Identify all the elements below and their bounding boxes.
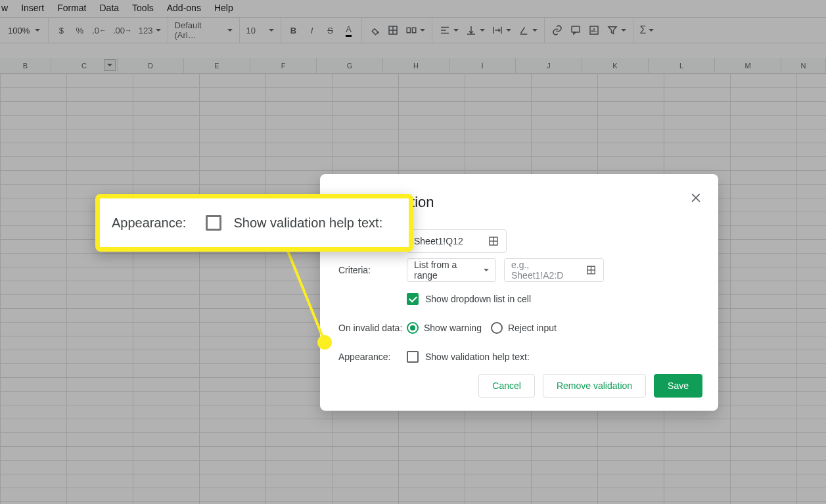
checkbox-icon — [206, 215, 221, 231]
cell-range-value: Sheet1!Q12 — [414, 236, 463, 246]
show-dropdown-checkbox[interactable]: Show dropdown list in cell — [407, 293, 531, 305]
callout-appearance-label: Appearance: — [112, 216, 186, 231]
annotation-dot — [317, 335, 332, 350]
criteria-label: Criteria: — [338, 265, 407, 275]
show-warning-radio[interactable]: Show warning — [407, 322, 482, 334]
help-text-checkbox[interactable]: Show validation help text: — [407, 351, 530, 363]
radio-on-icon — [407, 322, 419, 334]
grid-icon — [488, 235, 499, 247]
invalid-data-label: On invalid data: — [338, 323, 407, 333]
remove-validation-button[interactable]: Remove validation — [543, 374, 646, 398]
callout-help-text: Show validation help text: — [206, 215, 382, 231]
cell-range-input[interactable]: Sheet1!Q12 — [407, 229, 507, 253]
reject-input-radio[interactable]: Reject input — [491, 322, 557, 334]
show-dropdown-label: Show dropdown list in cell — [425, 294, 531, 304]
cancel-button[interactable]: Cancel — [478, 374, 535, 398]
criteria-placeholder: e.g., Sheet1!A2:D — [511, 260, 580, 281]
checkbox-icon — [407, 293, 419, 305]
close-icon — [689, 191, 702, 204]
chevron-down-icon — [484, 269, 489, 271]
save-button[interactable]: Save — [654, 374, 702, 398]
help-text-label: Show validation help text: — [425, 352, 530, 362]
appearance-label: Appearance: — [338, 352, 407, 362]
grid-icon — [585, 264, 597, 276]
criteria-range-input[interactable]: e.g., Sheet1!A2:D — [504, 258, 604, 282]
criteria-dropdown[interactable]: List from a range — [407, 258, 496, 282]
criteria-value: List from a range — [414, 260, 476, 281]
reject-input-label: Reject input — [508, 323, 557, 333]
show-warning-label: Show warning — [424, 323, 482, 333]
close-button[interactable] — [688, 190, 704, 206]
checkbox-icon — [407, 351, 419, 363]
radio-off-icon — [491, 322, 503, 334]
annotation-callout: Appearance: Show validation help text: — [95, 194, 413, 252]
